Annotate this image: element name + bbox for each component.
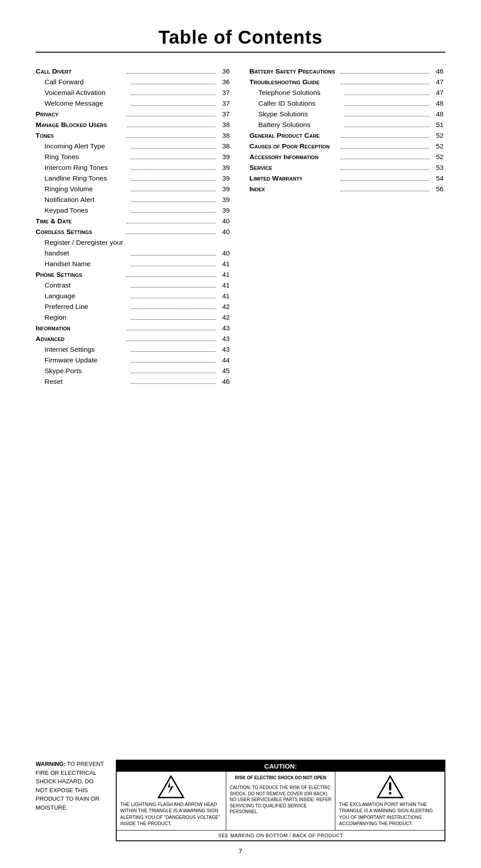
entry-text: Causes of Poor Reception [249, 141, 338, 152]
entry-page: 48 [431, 98, 444, 109]
toc-entry: Battery Safety Precautions46 [249, 66, 445, 77]
dots [131, 351, 216, 352]
toc-entry: Handset Name41 [36, 259, 232, 269]
dots [131, 319, 216, 320]
entry-page: 44 [217, 355, 230, 366]
entry-text: Intercom Ring Tones [36, 162, 129, 173]
dots [131, 309, 216, 309]
entry-text: Phone Settings [36, 269, 125, 280]
exclamation-icon [377, 775, 404, 798]
entry-text: Keypad Tones [36, 205, 129, 216]
cell1-text: THE LIGHTNING FLASH AND ARROW HEAD WITHI… [120, 801, 222, 827]
entry-page: 41 [217, 259, 230, 269]
dots [131, 362, 216, 362]
entry-page: 45 [217, 366, 230, 376]
toc-entry: Region42 [36, 312, 232, 323]
entry-text: Troubleshooting Guide [249, 77, 338, 87]
toc-entry: Causes of Poor Reception52 [249, 141, 445, 152]
dots [126, 116, 216, 116]
entry-page: 47 [431, 77, 444, 87]
entry-page: 40 [217, 226, 230, 237]
toc-entry: Landline Ring Tones39 [36, 173, 232, 184]
entry-page: 37 [217, 87, 230, 98]
toc-entry: General Product Care52 [249, 130, 445, 141]
svg-rect-3 [389, 792, 391, 794]
entry-page: 40 [217, 248, 230, 259]
page: Table of Contents Call Divert36Call Forw… [0, 0, 481, 868]
entry-page: 41 [217, 280, 230, 291]
toc-entry: Manage Blocked Users38 [36, 119, 232, 130]
entry-text: Register / Deregister your [36, 237, 230, 248]
caution-box: CAUTION: THE LIGHTNING FLASH AND ARROW H… [116, 760, 445, 841]
toc-entry: Incoming Alert Type38 [36, 141, 232, 152]
toc-entry: Advanced43 [36, 333, 232, 344]
entry-text: Ringing Volume [36, 184, 129, 194]
dots [131, 191, 216, 191]
entry-text: Language [36, 291, 129, 301]
entry-page: 38 [217, 119, 230, 130]
cell2-text: CAUTION: TO REDUCE THE RISK OF ELECTRIC … [230, 785, 332, 815]
entry-text: Information [36, 323, 125, 333]
entry-text: Ring Tones [36, 152, 129, 162]
dots [131, 84, 216, 84]
entry-text: Time & Date [36, 216, 125, 226]
entry-text: Manage Blocked Users [36, 119, 125, 130]
caution-cell-exclamation: THE EXCLAMATION POINT WITHIN THE TRIANGL… [335, 772, 444, 830]
entry-text: Landline Ring Tones [36, 173, 129, 184]
entry-page: 39 [217, 173, 230, 184]
entry-text: Accessory Information [249, 152, 338, 162]
entry-page: 41 [217, 269, 230, 280]
entry-page: 52 [431, 130, 444, 141]
toc-entry: Service53 [249, 162, 445, 173]
caution-footer: SEE MARKING ON BOTTOM / BACK OF PRODUCT [117, 831, 444, 840]
risk-title: RISK OF ELECTRIC SHOCK DO NOT OPEN [235, 775, 326, 780]
entry-text: Welcome Message [36, 98, 129, 109]
entry-page: 42 [217, 301, 230, 312]
entry-text: Cordless Settings [36, 226, 125, 237]
entry-text: Privacy [36, 109, 125, 119]
entry-page: 46 [217, 376, 230, 387]
entry-text: Skype Ports [36, 366, 129, 376]
dots [131, 266, 216, 266]
entry-text: Call Divert [36, 66, 125, 77]
dots [131, 169, 216, 170]
toc-entry: Limited Warranty54 [249, 173, 445, 184]
dots [345, 127, 429, 127]
entry-page: 43 [217, 344, 230, 355]
entry-text: Index [249, 184, 338, 194]
entry-text: Call Forward [36, 77, 129, 87]
entry-page: 39 [217, 152, 230, 162]
dots [345, 95, 429, 95]
entry-page: 37 [217, 109, 230, 119]
toc-entry: Battery Solutions51 [249, 119, 445, 130]
dots [131, 298, 216, 298]
entry-page: 56 [431, 184, 444, 194]
entry-page: 39 [217, 194, 230, 205]
toc-entry: Telephone Solutions47 [249, 87, 445, 98]
entry-text: Caller ID Solutions [249, 98, 343, 109]
entry-text: handset [36, 248, 129, 259]
toc-entry: Intercom Ring Tones39 [36, 162, 232, 173]
caution-inner: THE LIGHTNING FLASH AND ARROW HEAD WITHI… [117, 772, 444, 831]
dots [131, 383, 216, 384]
toc-entry: Ringing Volume39 [36, 184, 232, 194]
caution-header: CAUTION: [117, 761, 444, 772]
dots [126, 341, 216, 341]
dots [340, 84, 429, 84]
entry-text: Battery Safety Precautions [249, 66, 338, 77]
toc-entry: Privacy37 [36, 109, 232, 119]
entry-text: Notification Alert [36, 194, 129, 205]
dots [126, 330, 216, 330]
toc-entry: Notification Alert39 [36, 194, 232, 205]
entry-page: 38 [217, 141, 230, 152]
dots [340, 159, 429, 159]
entry-text: Region [36, 312, 129, 323]
dots [131, 255, 216, 255]
entry-page: 53 [431, 162, 444, 173]
toc-entry: Ring Tones39 [36, 152, 232, 162]
dots [345, 105, 429, 106]
toc-entry: Preferred Line42 [36, 301, 232, 312]
dots [131, 95, 216, 95]
title-divider [36, 52, 445, 53]
toc-entry: Internet Settings43 [36, 344, 232, 355]
